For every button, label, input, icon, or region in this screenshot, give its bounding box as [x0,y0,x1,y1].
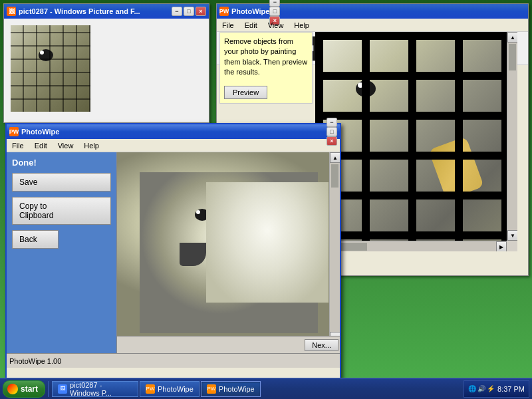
grid-overlay-thumb [11,25,90,112]
tray-icon-network: 🌐 [468,385,476,392]
maximize-btn[interactable]: □ [184,7,194,16]
system-time: 8:37 PM [497,385,525,393]
grid-h-2 [315,112,517,120]
parrot-image-bg [11,25,90,112]
back-button[interactable]: Back [12,230,59,249]
grid-h-0 [315,32,517,40]
scroll-right-btn[interactable]: ▶ [496,241,507,251]
main-menu-file[interactable]: File [9,141,27,150]
main-window-menubar: File Edit View Help [7,139,340,152]
processed-parrot-image [117,152,340,353]
bg-window-2-title: PhotoWipe [231,7,269,15]
taskbar-divider [48,381,49,397]
main-window-body: Done! Save Copy to Clipboard Back [7,152,340,353]
taskbar-icon-pw2: PW [207,384,216,394]
canvas-scrollbar-v[interactable]: ▲ ▼ [507,32,517,241]
taskbar-icon-viewer: 🖼 [58,384,67,394]
img-scroll-thumb-v[interactable] [331,164,338,188]
bg-window-picture-viewer: 🖼 pict0287 - Windows Picture and F... − … [3,3,209,123]
taskbar-item-photowipe-1[interactable]: PW PhotoWipe [140,381,200,397]
scroll-track-h [326,241,496,251]
grid-v-1 [362,32,370,251]
scroll-thumb-v[interactable] [509,44,516,70]
next-button[interactable]: Nex... [305,339,338,351]
taskbar-label-pw1: PhotoWipe [158,385,194,393]
bg-window-2-titlebar: PW PhotoWipe − □ × [217,4,528,19]
minimize-btn-2[interactable]: − [269,0,280,7]
tray-icon-volume: 🔊 [477,385,485,392]
tray-icons: 🌐 🔊 ⚡ [468,385,495,392]
main-menu-view[interactable]: View [55,141,76,150]
bg-window-1-content [4,19,209,122]
main-menu-help[interactable]: Help [81,141,102,150]
window-icon: 🖼 [7,7,16,16]
parrot-large-eye [356,80,376,97]
bg-window-2-icon: PW [219,7,229,16]
taskbar: start 🖼 pict0287 - Windows P... PW Photo… [0,378,532,399]
help-text: Remove objects from your photo by painti… [224,37,307,76]
parrot-large-image [315,32,517,251]
main-image-area: ▲ ▼ ◀ ▶ Nex... [116,152,340,353]
main-close-btn[interactable]: × [327,136,337,146]
parrot-feathers [206,182,329,303]
help-panel: Remove objects from your photo by painti… [219,32,313,104]
minimize-btn[interactable]: − [172,7,182,16]
taskbar-tray: 🌐 🔊 ⚡ 8:37 PM [464,380,529,398]
bg-window-2-canvas: ▲ ▼ ◀ ▶ [315,32,517,251]
image-scrollbar-v[interactable]: ▲ ▼ [329,152,340,342]
main-status-bar: PhotoWipe 1.00 [7,353,340,368]
preview-button[interactable]: Preview [224,86,267,99]
main-menu-edit[interactable]: Edit [32,141,50,150]
main-window-titlebar: PW PhotoWipe − □ × [7,124,340,139]
scroll-up-btn[interactable]: ▲ [507,32,517,43]
menu-edit-2[interactable]: Edit [242,21,260,30]
black-grid-overlay [315,32,517,251]
grid-h-3 [315,152,517,160]
main-photowipe-window: PW PhotoWipe − □ × File Edit View Help D… [5,123,341,382]
parrot-thumbnail [11,25,90,112]
canvas-scrollbar-h[interactable]: ◀ ▶ [315,241,507,251]
menu-view-2[interactable]: View [265,21,287,30]
main-minimize-btn[interactable]: − [327,118,337,127]
menu-file-2[interactable]: File [219,21,237,30]
main-window-icon: PW [9,127,19,136]
done-label: Done! [12,158,111,168]
grid-h-5 [315,231,517,239]
scroll-down-btn[interactable]: ▼ [507,230,517,241]
maximize-btn-2[interactable]: □ [269,7,280,16]
taskbar-label-viewer: pict0287 - Windows P... [70,381,132,397]
menu-help-2[interactable]: Help [291,21,312,30]
desktop: 🖼 pict0287 - Windows Picture and F... − … [0,0,532,399]
grid-v-2 [408,32,416,251]
main-window-controls: − □ × [327,118,337,146]
parrot-base-img [117,152,340,353]
bg-window-1-controls: − □ × [172,7,206,16]
start-button[interactable]: start [3,380,45,398]
bg-window-1-title: pict0287 - Windows Picture and F... [19,7,172,15]
main-window-title: PhotoWipe [21,128,327,136]
scroll-corner-2 [507,241,517,251]
bg-window-1-titlebar: 🖼 pict0287 - Windows Picture and F... − … [4,4,209,19]
taskbar-icon-pw1: PW [146,384,155,394]
parrot-wing [429,136,485,200]
taskbar-item-picture-viewer[interactable]: 🖼 pict0287 - Windows P... [52,381,138,397]
start-label: start [21,384,38,394]
bg-window-2-menubar: File Edit View Help [217,19,528,32]
img-scroll-up[interactable]: ▲ [330,152,340,163]
windows-logo [7,384,18,394]
image-nav-bar: Nex... [117,336,340,353]
status-text: PhotoWipe 1.00 [9,357,61,365]
tray-icon-battery: ⚡ [487,385,495,392]
taskbar-item-photowipe-2[interactable]: PW PhotoWipe [201,381,261,397]
scroll-track-v [507,43,517,230]
close-btn[interactable]: × [196,7,206,16]
main-maximize-btn[interactable]: □ [327,127,337,136]
taskbar-label-pw2: PhotoWipe [219,385,255,393]
grid-h-1 [315,72,517,80]
save-button[interactable]: Save [12,173,111,192]
img-scroll-track-v [330,163,340,332]
copy-to-clipboard-button[interactable]: Copy to Clipboard [12,197,111,225]
grid-h-4 [315,192,517,200]
left-panel: Done! Save Copy to Clipboard Back [7,152,116,353]
